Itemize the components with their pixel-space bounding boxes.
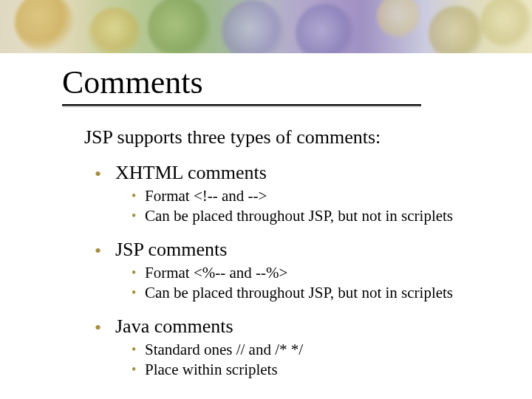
leaf-blob-icon [148,0,211,53]
point-text: Format <%-- and --%> [145,264,287,282]
slide: Comments JSP supports three types of com… [0,0,532,399]
point-text: Standard ones // and /* */ [145,341,303,358]
title-underline [62,104,421,106]
flower-blob-icon [429,6,484,53]
point-text: Place within scriplets [145,361,278,378]
list-item: Can be placed throughout JSP, but not in… [132,284,498,304]
flower-blob-icon [89,7,140,53]
point-text: Can be placed throughout JSP, but not in… [145,284,453,301]
point-text: Format <!-- and --> [145,187,267,205]
list-item: Format <!-- and --> [132,187,498,207]
flower-blob-icon [222,0,284,53]
list-item: XHTML comments Format <!-- and --> Can b… [95,162,498,239]
point-list: Format <!-- and --> Can be placed throug… [132,187,498,227]
decorative-banner [0,0,532,53]
list-item: Place within scriplets [132,361,498,381]
page-title: Comments [62,64,532,101]
section-list: XHTML comments Format <!-- and --> Can b… [95,162,498,392]
list-item: Format <%-- and --%> [132,264,498,284]
flower-blob-icon [15,0,74,52]
flower-blob-icon [377,0,421,38]
flower-blob-icon [480,0,532,48]
section-heading: JSP comments [115,239,227,260]
list-item: Standard ones // and /* */ [132,341,498,361]
list-item: Java comments Standard ones // and /* */… [95,316,498,392]
list-item: JSP comments Format <%-- and --%> Can be… [95,239,498,316]
point-list: Format <%-- and --%> Can be placed throu… [132,264,498,304]
point-text: Can be placed throughout JSP, but not in… [145,207,453,225]
section-heading: Java comments [115,316,233,337]
point-list: Standard ones // and /* */ Place within … [132,341,498,381]
lead-text: JSP supports three types of comments: [84,126,498,149]
section-heading: XHTML comments [115,162,267,183]
flower-blob-icon [296,4,355,53]
body: JSP supports three types of comments: XH… [84,126,498,392]
list-item: Can be placed throughout JSP, but not in… [132,207,498,227]
